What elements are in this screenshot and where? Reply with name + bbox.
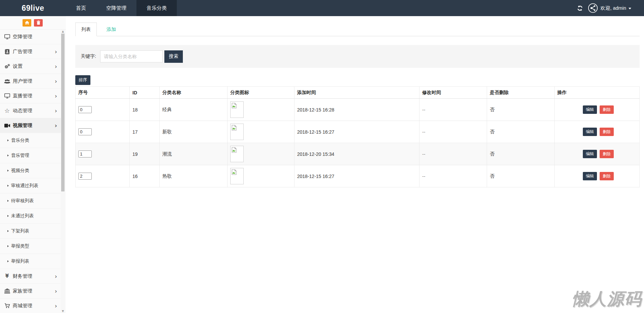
navbar-menu: 首页 空降管理 音乐分类 xyxy=(66,0,177,16)
broken-image-icon xyxy=(232,147,237,153)
nav-item-music-category[interactable]: 音乐分类 xyxy=(136,0,177,16)
brand-logo: 69live xyxy=(0,0,66,16)
sidebar-subitem-video-category[interactable]: 视频分类 xyxy=(0,163,61,178)
chevron-right-icon: › xyxy=(55,63,57,70)
cell-deleted: 否 xyxy=(487,143,555,165)
edit-button[interactable]: 编辑 xyxy=(583,172,597,180)
caret-right-icon xyxy=(7,200,9,202)
star-icon: ☆ xyxy=(3,108,11,114)
sidebar-item-family-management[interactable]: 家族管理 › xyxy=(0,284,61,299)
cell-added-time: 2018-12-15 16:27 xyxy=(294,165,419,187)
sidebar-subitem-pending-review-list[interactable]: 待审核列表 xyxy=(0,193,61,209)
chevron-right-icon: › xyxy=(55,288,57,294)
delete-button[interactable]: 删除 xyxy=(600,150,614,158)
cell-id: 18 xyxy=(130,99,160,121)
cell-added-time: 2018-12-15 16:28 xyxy=(294,99,419,121)
sidebar-item-live-management[interactable]: 直播管理 › xyxy=(0,89,61,103)
scroll-up-icon[interactable]: ▲ xyxy=(61,30,65,33)
category-image xyxy=(230,124,244,140)
caret-right-icon xyxy=(7,245,9,247)
table-header-row: 序号 ID 分类名称 分类图标 添加时间 修改时间 是否删除 操作 xyxy=(76,87,640,99)
cell-added-time: 2018-12-20 15:34 xyxy=(294,143,419,165)
table-row: 18 经典 2018-12-15 16:28 -- 否 xyxy=(76,99,640,121)
col-icon: 分类图标 xyxy=(228,87,294,99)
sidebar-subitem-music-category[interactable]: 音乐分类 xyxy=(0,133,61,148)
sidebar-item-moments-management[interactable]: ☆ 动态管理 › xyxy=(0,103,61,118)
sort-order-input[interactable] xyxy=(78,128,92,135)
tab-add[interactable]: 添加 xyxy=(101,23,122,36)
scroll-down-icon[interactable]: ▼ xyxy=(61,310,65,313)
chevron-right-icon: › xyxy=(55,303,57,309)
sidebar-toolbar xyxy=(0,16,66,30)
delete-button[interactable]: 删除 xyxy=(600,105,614,114)
tab-bar: 列表 添加 xyxy=(75,23,640,36)
tab-list[interactable]: 列表 xyxy=(75,23,97,36)
cell-name: 热歌 xyxy=(160,165,228,187)
edit-button[interactable]: 编辑 xyxy=(583,150,597,158)
caret-right-icon xyxy=(7,260,9,262)
caret-down-icon xyxy=(629,8,631,9)
chevron-right-icon: › xyxy=(55,273,57,279)
cell-modified-time: -- xyxy=(419,143,487,165)
broken-image-icon xyxy=(232,103,237,108)
cell-deleted: 否 xyxy=(487,121,555,143)
cell-added-time: 2018-12-15 16:27 xyxy=(294,121,419,143)
delete-button[interactable]: 删除 xyxy=(600,128,614,136)
sidebar: 空降管理 广告管理 › 设置 › xyxy=(0,16,66,313)
sidebar-subitem-music-management[interactable]: 音乐管理 xyxy=(0,148,61,163)
scrollbar-thumb[interactable] xyxy=(61,34,65,191)
edit-button[interactable]: 编辑 xyxy=(583,128,597,136)
avatar-icon xyxy=(588,3,598,13)
welcome-text: 欢迎, admin xyxy=(600,5,626,11)
sort-order-input[interactable] xyxy=(78,106,92,113)
table-row: 17 新歌 2018-12-15 16:27 -- 否 xyxy=(76,121,640,143)
chevron-right-icon: › xyxy=(55,123,57,129)
col-added-time: 添加时间 xyxy=(294,87,419,99)
gears-icon xyxy=(3,64,11,69)
search-button[interactable]: 搜索 xyxy=(164,50,183,63)
sidebar-scrollbar[interactable]: ▲ ▼ xyxy=(61,30,65,313)
desktop-icon xyxy=(3,93,11,98)
sidebar-item-mall-management[interactable]: 商城管理 › xyxy=(0,299,61,313)
category-table: 序号 ID 分类名称 分类图标 添加时间 修改时间 是否删除 操作 18 经典 xyxy=(75,86,640,187)
trash-button[interactable] xyxy=(34,19,43,27)
sidebar-item-ad-management[interactable]: 广告管理 › xyxy=(0,44,61,59)
cell-id: 19 xyxy=(130,143,160,165)
user-menu[interactable]: 欢迎, admin xyxy=(588,3,631,13)
home-button[interactable] xyxy=(23,19,31,27)
table-row: 19 潮流 2018-12-20 15:34 -- 否 xyxy=(76,143,640,165)
sidebar-subitem-report-list[interactable]: 举报列表 xyxy=(0,254,61,269)
cart-icon xyxy=(3,303,11,308)
nav-item-home[interactable]: 首页 xyxy=(66,0,96,16)
video-camera-icon xyxy=(3,124,11,128)
sidebar-item-video-management[interactable]: 视频管理 › xyxy=(0,118,61,133)
sidebar-subitem-rejected-list[interactable]: 未通过列表 xyxy=(0,209,61,224)
sidebar-menu: 空降管理 广告管理 › 设置 › xyxy=(0,30,61,313)
nav-item-airdrop-management[interactable]: 空降管理 xyxy=(96,0,136,16)
edit-button[interactable]: 编辑 xyxy=(583,105,597,114)
caret-right-icon xyxy=(7,185,9,187)
cell-deleted: 否 xyxy=(487,99,555,121)
sidebar-item-user-management[interactable]: 用户管理 › xyxy=(0,74,61,89)
col-sort: 序号 xyxy=(76,87,130,99)
sidebar-subitem-report-type[interactable]: 举报类型 xyxy=(0,239,61,254)
col-name: 分类名称 xyxy=(160,87,228,99)
sidebar-item-settings[interactable]: 设置 › xyxy=(0,59,61,74)
delete-button[interactable]: 删除 xyxy=(600,172,614,180)
sidebar-subitem-approved-list[interactable]: 审核通过列表 xyxy=(0,178,61,193)
refresh-icon[interactable] xyxy=(577,5,583,11)
sidebar-item-finance-management[interactable]: ¥ 财务管理 › xyxy=(0,269,61,284)
cell-name: 潮流 xyxy=(160,143,228,165)
sort-button[interactable]: 排序 xyxy=(75,75,90,85)
caret-right-icon xyxy=(7,154,9,156)
broken-image-icon xyxy=(232,125,237,131)
trash-icon xyxy=(37,20,40,25)
sort-order-input[interactable] xyxy=(78,173,92,180)
cell-id: 17 xyxy=(130,121,160,143)
users-icon xyxy=(3,79,11,84)
sort-order-input[interactable] xyxy=(78,150,92,158)
sidebar-item-airdrop-management[interactable]: 空降管理 xyxy=(0,30,61,44)
keyword-input[interactable] xyxy=(100,50,163,62)
sidebar-subitem-removed-list[interactable]: 下架列表 xyxy=(0,224,61,239)
top-navbar: 69live 首页 空降管理 音乐分类 xyxy=(0,0,644,16)
